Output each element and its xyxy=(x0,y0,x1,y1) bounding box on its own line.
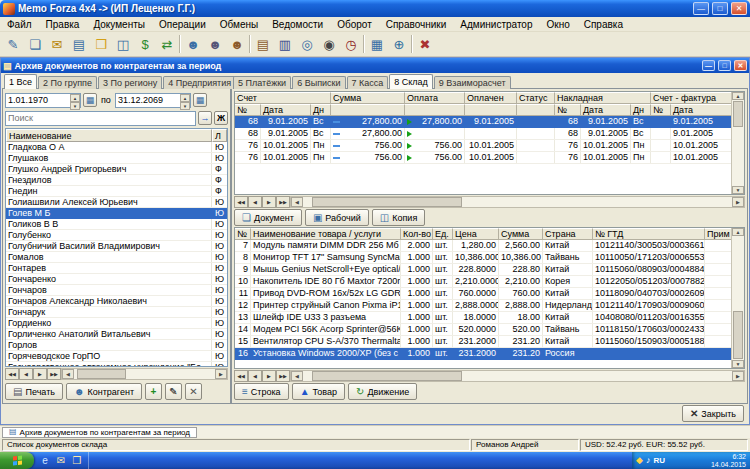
Голев М Б[interactable]: Голев М Б Ю xyxy=(6,208,227,219)
goods-price-header[interactable]: Цена xyxy=(453,228,499,240)
search-go-button[interactable]: → xyxy=(198,111,212,125)
Мышь Genius NetScroll+Eye optical/3[interactable]: 9 Мышь Genius NetScroll+Eye optical/3 1.… xyxy=(235,264,731,276)
goods-vertical-scrollbar[interactable]: ▲ ▼ xyxy=(731,228,744,368)
close-archive-button[interactable]: ✕ Закрыть xyxy=(682,405,744,422)
account-num-header[interactable]: № xyxy=(235,104,261,116)
folder-launch-icon[interactable]: ❒ xyxy=(70,454,84,468)
line-button[interactable]: ≡ Строка xyxy=(234,383,289,400)
document-edit-icon[interactable]: ✎ xyxy=(2,34,24,55)
Шлейф IDE U33 3 разъема[interactable]: 13 Шлейф IDE U33 3 разъема 1.000 шт. 18.… xyxy=(235,312,731,324)
prior-record-button[interactable]: ◀ xyxy=(248,370,262,382)
type-column-header[interactable]: Л xyxy=(212,129,227,142)
menu-item[interactable]: Справка xyxy=(577,17,630,32)
invoice-num-header[interactable]: № xyxy=(651,104,671,116)
goods-gtd-header[interactable]: № ГТД xyxy=(593,228,705,240)
start-button[interactable] xyxy=(0,452,34,469)
Горличенко Анатолий Витальевич[interactable]: Горличенко Анатолий Витальевич Ю xyxy=(6,329,227,340)
binoculars-icon[interactable]: ◉ xyxy=(318,34,340,55)
last-record-button[interactable]: ▶▶ xyxy=(276,370,290,382)
scrollbar-thumb[interactable] xyxy=(733,311,743,359)
Голиашвили Алексей Юрьевич[interactable]: Голиашвили Алексей Юрьевич Ю xyxy=(6,197,227,208)
exchange-icon[interactable]: ⇄ xyxy=(156,34,178,55)
spin-up-icon[interactable]: ▴ xyxy=(180,94,190,102)
Накопитель IDE 80 Гб Maxtor 7200rp[interactable]: 10 Накопитель IDE 80 Гб Maxtor 7200rp 1.… xyxy=(235,276,731,288)
invoices-horizontal-scrollbar[interactable]: ◀ ▶ xyxy=(290,196,745,208)
waybill-num-header[interactable]: № xyxy=(555,104,581,116)
Гнедин[interactable]: Гнедин Ф xyxy=(6,186,227,197)
clock-icon[interactable]: ◷ xyxy=(340,34,362,55)
archive-window-titlebar[interactable]: ▤ Архив документов по контрагентам за пе… xyxy=(1,58,749,73)
contractor-button[interactable]: ☻ Контрагент xyxy=(66,383,142,400)
Гонтарев[interactable]: Гонтарев Ю xyxy=(6,263,227,274)
maximize-button[interactable]: □ xyxy=(718,60,731,71)
scrollbar-thumb[interactable] xyxy=(312,197,462,207)
invoices-vertical-scrollbar[interactable]: ▲ ▼ xyxy=(731,92,744,194)
Голубничий Василий Владимирович[interactable]: Голубничий Василий Владимирович Ю xyxy=(6,241,227,252)
search-input[interactable] xyxy=(5,111,196,126)
search-letter-button[interactable]: Ж xyxy=(214,111,228,125)
goods-num-header[interactable]: № xyxy=(235,228,251,240)
first-record-button[interactable]: ◀◀ xyxy=(234,196,248,208)
scroll-left-icon[interactable]: ◀ xyxy=(291,371,303,381)
scroll-left-icon[interactable]: ◀ xyxy=(62,369,74,379)
sum-column-header[interactable]: Сумма xyxy=(331,92,405,104)
goods-horizontal-scrollbar[interactable]: ◀ ▶ xyxy=(290,370,745,382)
Вентилятор CPU S-A/370 Thermaltal[interactable]: 15 Вентилятор CPU S-A/370 Thermaltal 1.0… xyxy=(235,336,731,348)
spin-up-icon[interactable]: ▴ xyxy=(70,94,80,102)
documents-icon[interactable]: ❏ xyxy=(24,34,46,55)
invoice-row[interactable]: 68 9.01.2005 Вс 27,800.00 27,800.00 9.01… xyxy=(235,116,731,128)
scroll-right-icon[interactable]: ▶ xyxy=(732,197,744,207)
last-record-button[interactable]: ▶▶ xyxy=(47,368,61,380)
waybill-date-header[interactable]: Дата xyxy=(581,104,631,116)
account-day-header[interactable]: Дн xyxy=(311,104,331,116)
copy-button[interactable]: ◫ Копия xyxy=(372,209,425,226)
print-button[interactable]: ▤ Печать xyxy=(5,383,63,400)
Гончарук[interactable]: Гончарук Ю xyxy=(6,307,227,318)
table-icon[interactable]: ▦ xyxy=(366,34,388,55)
Модем PCI 56K Acorp Sprinter@56K[interactable]: 14 Модем PCI 56K Acorp Sprinter@56K 1.00… xyxy=(235,324,731,336)
goods-button[interactable]: ▲ Товар xyxy=(292,383,345,400)
goods-sum-header[interactable]: Сумма xyxy=(499,228,543,240)
menu-item[interactable]: Операции xyxy=(152,17,213,32)
invoice-date-header[interactable]: Дата xyxy=(671,104,731,116)
add-contractor-button[interactable]: + xyxy=(145,383,162,400)
scroll-up-icon[interactable]: ▲ xyxy=(732,228,744,236)
Гордиенко[interactable]: Гордиенко Ю xyxy=(6,318,227,329)
movement-button[interactable]: ↻ Движение xyxy=(348,383,417,400)
open-window-tab[interactable]: ▤ Архив документов по контрагентам за пе… xyxy=(2,427,197,438)
user-edit-icon[interactable]: ☻ xyxy=(204,34,226,55)
copy-document-icon[interactable]: ◫ xyxy=(112,34,134,55)
clock[interactable]: 6:32 14.04.2015 xyxy=(711,453,746,469)
scroll-down-icon[interactable]: ▼ xyxy=(732,186,744,194)
scrollbar-thumb[interactable] xyxy=(312,371,462,381)
scrollbar-thumb[interactable] xyxy=(733,101,743,127)
contractor-filter-tab[interactable]: 4 Предприятия xyxy=(163,76,236,89)
invoice-row[interactable]: 68 9.01.2005 Вс 27,800.00 68 xyxy=(235,128,731,140)
mail-launch-icon[interactable]: ✉ xyxy=(54,454,68,468)
Голиков В В[interactable]: Голиков В В Ю xyxy=(6,219,227,230)
menu-item[interactable]: Документы xyxy=(86,17,152,32)
document-section-tab[interactable]: 9 Взаиморасчет xyxy=(434,76,511,89)
Принтер струйный Canon Pixma iP1[interactable]: 12 Принтер струйный Canon Pixma iP1 1.00… xyxy=(235,300,731,312)
Гончаров Александр Николаевич[interactable]: Гончаров Александр Николаевич Ю xyxy=(6,296,227,307)
scroll-left-icon[interactable]: ◀ xyxy=(291,197,303,207)
bar-chart-icon[interactable]: ▥ xyxy=(274,34,296,55)
chart-search-icon[interactable]: ◎ xyxy=(296,34,318,55)
volume-tray-icon[interactable]: ♪ xyxy=(646,456,651,465)
user-icon[interactable]: ☻ xyxy=(182,34,204,55)
Глушко Андрей Григорьевич[interactable]: Глушко Андрей Григорьевич Ф xyxy=(6,164,227,175)
Гончаров[interactable]: Гончаров Ю xyxy=(6,285,227,296)
contractor-filter-tab[interactable]: 3 По региону xyxy=(98,76,162,89)
title-bar[interactable]: Memo Forza 4x4 -> (ИП Лещенко Г.Г.) —□✕ xyxy=(0,0,750,17)
maximize-button[interactable]: □ xyxy=(712,2,728,15)
goods-country-header[interactable]: Страна xyxy=(543,228,593,240)
ledger-icon[interactable]: ▤ xyxy=(252,34,274,55)
Привод DVD-ROM 16x/52x LG GDR-[interactable]: 11 Привод DVD-ROM 16x/52x LG GDR- 1.000 … xyxy=(235,288,731,300)
document-section-tab[interactable]: 5 Платёжки xyxy=(233,76,291,89)
Гомалов[interactable]: Гомалов Ю xyxy=(6,252,227,263)
name-column-header[interactable]: Наименование xyxy=(6,129,212,142)
scroll-up-icon[interactable]: ▲ xyxy=(732,92,744,100)
Монитор TFT 17" Samsung SyncMas[interactable]: 8 Монитор TFT 17" Samsung SyncMas 1.000 … xyxy=(235,252,731,264)
calendar-icon[interactable]: ▦ xyxy=(193,93,207,107)
invoice-row[interactable]: 76 10.01.2005 Пн 756.00 756.00 10.01.200… xyxy=(235,140,731,152)
